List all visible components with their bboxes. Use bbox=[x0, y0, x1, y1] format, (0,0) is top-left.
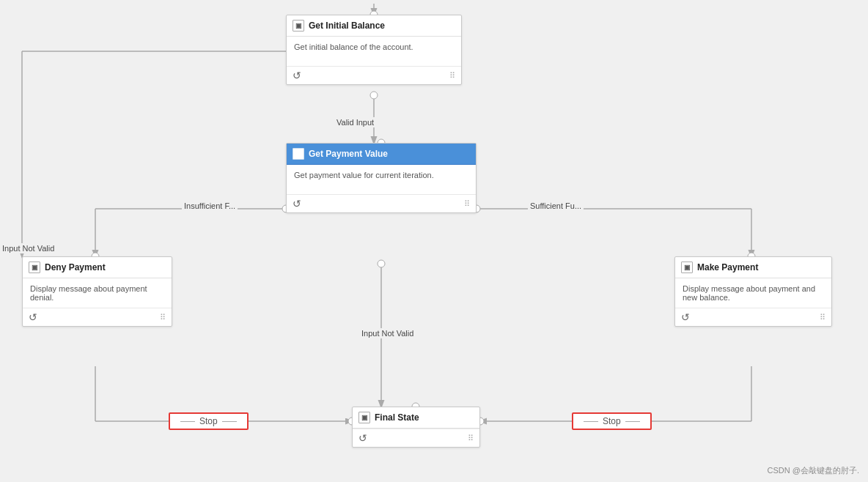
node-get-initial-balance[interactable]: ▣ Get Initial Balance Get initial balanc… bbox=[286, 15, 462, 85]
node-title-get-payment-value: Get Payment Value bbox=[309, 149, 388, 159]
node-header-deny-payment: ▣ Deny Payment bbox=[23, 257, 172, 278]
stop-label-1: Stop bbox=[169, 412, 249, 430]
node-body-deny-payment: Display message about payment denial. bbox=[23, 278, 172, 308]
retry-icon-get-payment-value[interactable]: ↺ bbox=[293, 198, 301, 210]
edge-label-sufficient-fu: Sufficient Fu... bbox=[528, 201, 584, 211]
node-title-make-payment: Make Payment bbox=[697, 262, 758, 272]
workflow-canvas: ▣ Get Initial Balance Get initial balanc… bbox=[0, 0, 868, 482]
retry-icon-deny-payment[interactable]: ↺ bbox=[29, 311, 37, 323]
node-icon-deny-payment: ▣ bbox=[29, 262, 40, 273]
watermark: CSDN @会敲键盘的肘子. bbox=[768, 465, 859, 476]
edge-label-valid-input: Valid Input bbox=[334, 117, 376, 127]
bars-icon-deny-payment: ⠿ bbox=[160, 313, 166, 322]
node-final-state[interactable]: ▣ Final State ↺ ⠿ bbox=[352, 407, 480, 448]
node-title-deny-payment: Deny Payment bbox=[45, 262, 106, 272]
edge-label-insufficient-f: Insufficient F... bbox=[182, 201, 238, 211]
node-footer-final-state: ↺ ⠿ bbox=[353, 429, 479, 447]
node-header-get-initial-balance: ▣ Get Initial Balance bbox=[287, 15, 461, 37]
node-body-get-initial-balance: Get initial balance of the account. bbox=[287, 37, 461, 66]
edge-label-input-not-valid-2: Input Not Valid bbox=[359, 328, 416, 338]
node-icon-get-initial-balance: ▣ bbox=[293, 20, 304, 31]
node-footer-get-payment-value: ↺ ⠿ bbox=[287, 194, 476, 212]
node-footer-get-initial-balance: ↺ ⠿ bbox=[287, 66, 461, 84]
node-header-get-payment-value: ▣ Get Payment Value bbox=[287, 144, 476, 165]
svg-point-17 bbox=[378, 260, 385, 267]
node-header-final-state: ▣ Final State bbox=[353, 407, 479, 429]
node-header-make-payment: ▣ Make Payment bbox=[675, 257, 831, 278]
node-footer-make-payment: ↺ ⠿ bbox=[675, 308, 831, 326]
node-deny-payment[interactable]: ▣ Deny Payment Display message about pay… bbox=[22, 256, 172, 327]
node-icon-final-state: ▣ bbox=[358, 412, 370, 423]
retry-icon-make-payment[interactable]: ↺ bbox=[681, 311, 690, 323]
bars-icon-final-state: ⠿ bbox=[468, 434, 474, 443]
node-icon-make-payment: ▣ bbox=[681, 262, 693, 273]
retry-icon-get-initial-balance[interactable]: ↺ bbox=[293, 70, 301, 81]
node-footer-deny-payment: ↺ ⠿ bbox=[23, 308, 172, 326]
node-body-get-payment-value: Get payment value for current iteration. bbox=[287, 165, 476, 194]
stop-label-2: Stop bbox=[572, 412, 652, 430]
bars-icon-get-initial-balance: ⠿ bbox=[449, 71, 455, 81]
node-body-make-payment: Display message about payment and new ba… bbox=[675, 278, 831, 308]
edge-label-input-not-valid-1: Input Not Valid bbox=[0, 243, 56, 253]
node-title-get-initial-balance: Get Initial Balance bbox=[309, 21, 385, 31]
node-icon-get-payment-value: ▣ bbox=[293, 148, 304, 160]
retry-icon-final-state[interactable]: ↺ bbox=[358, 432, 367, 444]
node-title-final-state: Final State bbox=[375, 412, 419, 423]
svg-point-14 bbox=[370, 92, 378, 99]
bars-icon-get-payment-value: ⠿ bbox=[464, 199, 470, 209]
node-make-payment[interactable]: ▣ Make Payment Display message about pay… bbox=[674, 256, 832, 327]
node-get-payment-value[interactable]: ▣ Get Payment Value Get payment value fo… bbox=[286, 143, 477, 213]
bars-icon-make-payment: ⠿ bbox=[820, 313, 825, 322]
